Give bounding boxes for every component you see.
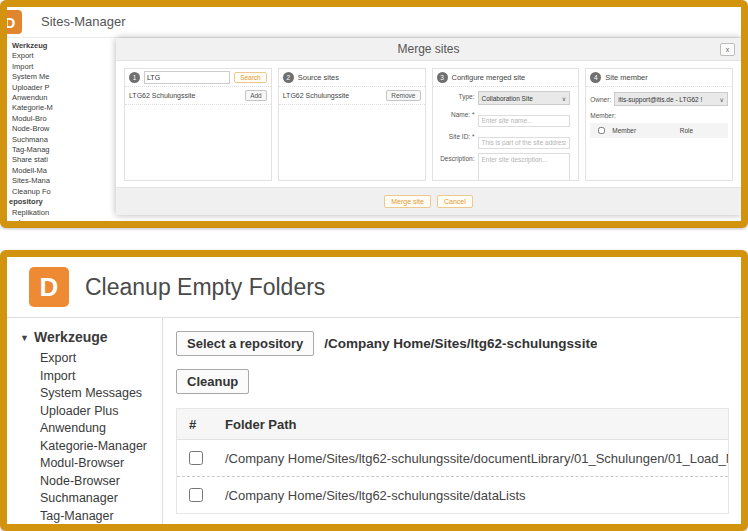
select-all-members-checkbox[interactable] — [598, 127, 605, 134]
owner-select[interactable]: itis-support@itis.de - LTG62 ! ∨ — [614, 92, 728, 106]
page-title: Sites-Manager — [41, 7, 126, 37]
row-checkbox[interactable] — [189, 451, 203, 465]
member-label: Member: — [586, 106, 732, 123]
sidebar-item-anwendung[interactable]: Anwendung — [7, 420, 162, 438]
sidebar-item-uploader-plus[interactable]: Uploader Plus — [7, 403, 162, 421]
step2-header: 2 Source sites — [279, 69, 425, 87]
sidebar-item-share-statistics[interactable]: Share stati — [12, 155, 126, 165]
step2-number-badge: 2 — [283, 72, 294, 83]
app-logo: D — [0, 10, 22, 34]
sidebar-item-import[interactable]: Import — [7, 368, 162, 386]
sidebar-item-system-messages[interactable]: System Messages — [7, 385, 162, 403]
step4-header: 4 Site member — [586, 69, 732, 87]
step3-header: 3 Configure merged site — [433, 69, 579, 87]
row-checkbox[interactable] — [189, 488, 203, 502]
step1-number-badge: 1 — [129, 72, 140, 83]
folder-path-column-header: Folder Path — [225, 417, 728, 432]
cleanup-button[interactable]: Cleanup — [176, 369, 249, 394]
sidebar-item-anwendung[interactable]: Anwendun — [12, 93, 126, 103]
sidebar-section-werkzeuge[interactable]: ▼Werkzeuge — [7, 328, 162, 348]
merge-site-button[interactable]: Merge site — [384, 195, 431, 208]
sites-manager-titlebar: D Sites-Manager — [7, 7, 741, 38]
chevron-down-icon: ∨ — [720, 96, 724, 103]
cancel-button[interactable]: Cancel — [437, 195, 473, 208]
sidebar-item-replikation[interactable]: Replikation — [12, 208, 126, 218]
sidebar-item-tag-manager[interactable]: Tag-Manager — [7, 508, 162, 525]
sidebar-item-cleanup-folders[interactable]: Cleanup Fo — [12, 187, 126, 197]
step2-source-sites-panel: 2 Source sites LTG62 Schulungssite Remov… — [278, 68, 426, 181]
sidebar-item-suchmanager[interactable]: Suchmana — [12, 135, 126, 145]
member-column-header: Member — [612, 127, 680, 134]
sidebar-items: Export Import System Messages Uploader P… — [7, 350, 162, 524]
sidebar-item-import[interactable]: Import — [12, 62, 126, 72]
sidebar-item-suchmanager[interactable]: Suchmanager — [7, 490, 162, 508]
sidebar-item-modul-browser[interactable]: Modul-Browser — [7, 455, 162, 473]
cleanup-main: Select a repository /Company Home/Sites/… — [164, 318, 741, 524]
sidebar-item-sites-manager[interactable]: Sites-Mana — [12, 176, 126, 186]
dialog-title: Merge sites — [116, 38, 741, 60]
source-site-row: LTG62 Schulungssite Remove — [279, 87, 425, 105]
step3-number-badge: 3 — [437, 72, 448, 83]
select-repository-button[interactable]: Select a repository — [176, 331, 314, 356]
chevron-down-icon: ∨ — [562, 95, 566, 102]
sidebar-item-kategorie-manager[interactable]: Kategorie-M — [12, 103, 126, 113]
type-select[interactable]: Collaboration Site ∨ — [478, 91, 571, 105]
sidebar-item-modell-manager[interactable]: Modell-Ma — [12, 166, 126, 176]
step3-configure-panel: 3 Configure merged site Type: Collaborat… — [432, 68, 580, 181]
sidebar-item-kategorie-manager[interactable]: Kategorie-Manager — [7, 438, 162, 456]
sidebar-item-tag-manager[interactable]: Tag-Manag — [12, 145, 126, 155]
cleanup-empty-folders-window: D Cleanup Empty Folders ▼Werkzeuge Expor… — [0, 250, 748, 531]
sites-manager-window: D Sites-Manager Werkzeug Export Import S… — [0, 0, 748, 228]
app-logo: D — [29, 267, 69, 307]
cleanup-header: D Cleanup Empty Folders — [7, 257, 741, 318]
owner-label: Owner: — [590, 96, 611, 103]
sidebar-section-benutzer[interactable]: nutzer un — [9, 218, 126, 221]
sidebar-item-modul-browser[interactable]: Modul-Bro — [12, 114, 126, 124]
dialog-footer: Merge site Cancel — [116, 187, 741, 215]
tools-sidebar: ▼Werkzeuge Export Import System Messages… — [7, 318, 163, 524]
step4-number-badge: 4 — [590, 72, 601, 83]
close-icon[interactable]: x — [720, 43, 735, 56]
site-name-input[interactable] — [478, 115, 571, 127]
sidebar-item-system-messages[interactable]: System Me — [12, 72, 126, 82]
table-row: /Company Home/Sites/ltg62-schulungssite/… — [177, 477, 728, 513]
step4-title: Site member — [605, 73, 648, 82]
search-button[interactable]: Search — [234, 72, 267, 83]
table-header-row: # Folder Path — [177, 409, 728, 440]
sidebar-item-export[interactable]: Export — [7, 350, 162, 368]
merge-sites-dialog: Merge sites x 1 Search LTG62 Schulungssi… — [116, 38, 741, 215]
cleanup-row: Cleanup — [176, 368, 729, 394]
dialog-body: 1 Search LTG62 Schulungssite Add 2 Sourc… — [116, 61, 741, 188]
dialog-header: Merge sites x — [116, 38, 741, 61]
add-button[interactable]: Add — [245, 90, 267, 101]
sidebar-item-node-browser[interactable]: Node-Browser — [7, 473, 162, 491]
site-search-input[interactable] — [144, 71, 230, 84]
sidebar-item-export[interactable]: Export — [12, 51, 126, 61]
number-column-header: # — [177, 417, 225, 432]
folder-path-cell: /Company Home/Sites/ltg62-schulungssite/… — [225, 451, 728, 466]
member-table-header: Member Role — [590, 123, 728, 138]
repository-row: Select a repository /Company Home/Sites/… — [176, 330, 729, 356]
step1-header: 1 Search — [125, 69, 271, 87]
owner-row: Owner: itis-support@itis.de - LTG62 ! ∨ — [586, 87, 732, 106]
role-column-header: Role — [680, 127, 728, 134]
sidebar-section-label: Werkzeuge — [34, 329, 108, 345]
page-title: Cleanup Empty Folders — [85, 257, 325, 317]
site-id-input[interactable] — [478, 137, 571, 149]
sidebar-item-node-browser[interactable]: Node-Brow — [12, 124, 126, 134]
step3-title: Configure merged site — [452, 73, 526, 82]
sidebar-item-uploader-plus[interactable]: Uploader P — [12, 83, 126, 93]
remove-button[interactable]: Remove — [386, 90, 420, 101]
sidebar-section-repository[interactable]: epository — [9, 197, 126, 207]
triangle-down-icon: ▼ — [20, 333, 29, 343]
step1-search-panel: 1 Search LTG62 Schulungssite Add — [124, 68, 272, 181]
table-row: /Company Home/Sites/ltg62-schulungssite/… — [177, 440, 728, 477]
type-select-value: Collaboration Site — [482, 95, 533, 102]
repository-path: /Company Home/Sites/ltg62-schulungssite — [324, 336, 597, 351]
sidebar-section-werkzeuge[interactable]: Werkzeug — [12, 41, 126, 51]
site-description-textarea[interactable] — [478, 153, 571, 181]
search-result-label: LTG62 Schulungssite — [129, 92, 195, 99]
description-label: Description: — [433, 153, 478, 162]
owner-select-value: itis-support@itis.de - LTG62 ! — [618, 96, 702, 103]
folder-path-cell: /Company Home/Sites/ltg62-schulungssite/… — [225, 488, 728, 503]
